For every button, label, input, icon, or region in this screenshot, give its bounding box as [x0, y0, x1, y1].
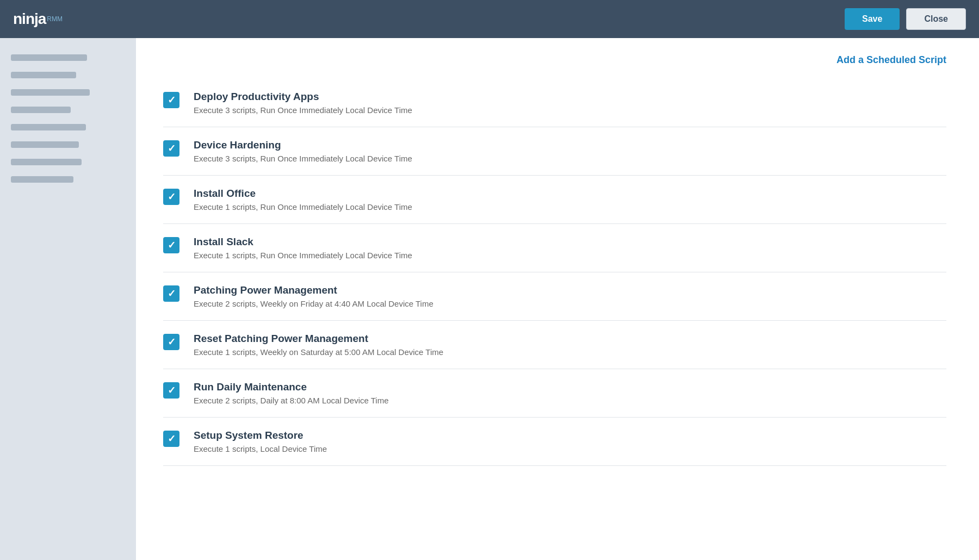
- checkmark-4: ✓: [168, 289, 176, 298]
- sidebar-item-8[interactable]: [11, 176, 73, 183]
- script-desc-1: Execute 3 scripts, Run Once Immediately …: [194, 154, 946, 163]
- logo: ninjaRMM: [13, 10, 63, 28]
- content-area: Add a Scheduled Script ✓ Deploy Producti…: [136, 38, 979, 560]
- checkbox-wrapper-1[interactable]: ✓: [163, 140, 183, 160]
- add-scheduled-script-link[interactable]: Add a Scheduled Script: [837, 54, 946, 66]
- sidebar-item-1[interactable]: [11, 54, 87, 61]
- checkbox-7[interactable]: ✓: [163, 431, 179, 447]
- script-title-3: Install Slack: [194, 236, 946, 248]
- script-item: ✓ Run Daily Maintenance Execute 2 script…: [163, 369, 946, 418]
- script-desc-7: Execute 1 scripts, Local Device Time: [194, 444, 946, 453]
- script-desc-5: Execute 1 scripts, Weekly on Saturday at…: [194, 347, 946, 357]
- header: ninjaRMM Save Close: [0, 0, 979, 38]
- checkbox-wrapper-4[interactable]: ✓: [163, 285, 183, 305]
- script-desc-6: Execute 2 scripts, Daily at 8:00 AM Loca…: [194, 396, 946, 405]
- checkbox-2[interactable]: ✓: [163, 189, 179, 205]
- script-title-2: Install Office: [194, 188, 946, 200]
- script-info-2: Install Office Execute 1 scripts, Run On…: [194, 188, 946, 211]
- checkbox-wrapper-2[interactable]: ✓: [163, 189, 183, 208]
- checkbox-1[interactable]: ✓: [163, 140, 179, 157]
- script-item: ✓ Deploy Productivity Apps Execute 3 scr…: [163, 79, 946, 127]
- script-title-6: Run Daily Maintenance: [194, 381, 946, 393]
- script-info-6: Run Daily Maintenance Execute 2 scripts,…: [194, 381, 946, 405]
- checkbox-wrapper-7[interactable]: ✓: [163, 431, 183, 450]
- checkbox-4[interactable]: ✓: [163, 285, 179, 302]
- script-title-4: Patching Power Management: [194, 284, 946, 296]
- script-info-3: Install Slack Execute 1 scripts, Run Onc…: [194, 236, 946, 260]
- script-item: ✓ Install Office Execute 1 scripts, Run …: [163, 176, 946, 224]
- sidebar-item-7[interactable]: [11, 159, 82, 165]
- checkbox-wrapper-5[interactable]: ✓: [163, 334, 183, 353]
- script-info-4: Patching Power Management Execute 2 scri…: [194, 284, 946, 308]
- logo-rmm: RMM: [47, 15, 63, 23]
- checkbox-3[interactable]: ✓: [163, 237, 179, 253]
- checkmark-3: ✓: [168, 240, 176, 250]
- script-title-0: Deploy Productivity Apps: [194, 91, 946, 103]
- logo-text: ninja: [13, 10, 46, 28]
- script-title-7: Setup System Restore: [194, 430, 946, 441]
- close-button[interactable]: Close: [906, 8, 966, 30]
- checkbox-0[interactable]: ✓: [163, 92, 179, 108]
- script-desc-0: Execute 3 scripts, Run Once Immediately …: [194, 105, 946, 115]
- script-item: ✓ Device Hardening Execute 3 scripts, Ru…: [163, 127, 946, 176]
- script-title-1: Device Hardening: [194, 139, 946, 151]
- main-layout: Add a Scheduled Script ✓ Deploy Producti…: [0, 38, 979, 560]
- script-title-5: Reset Patching Power Management: [194, 333, 946, 345]
- sidebar-item-6[interactable]: [11, 141, 79, 148]
- sidebar-item-3[interactable]: [11, 89, 90, 96]
- script-desc-4: Execute 2 scripts, Weekly on Friday at 4…: [194, 299, 946, 308]
- script-desc-3: Execute 1 scripts, Run Once Immediately …: [194, 251, 946, 260]
- script-info-7: Setup System Restore Execute 1 scripts, …: [194, 430, 946, 453]
- checkmark-1: ✓: [168, 144, 176, 153]
- save-button[interactable]: Save: [845, 8, 900, 30]
- script-desc-2: Execute 1 scripts, Run Once Immediately …: [194, 202, 946, 211]
- header-buttons: Save Close: [845, 8, 966, 30]
- checkbox-wrapper-3[interactable]: ✓: [163, 237, 183, 257]
- script-info-1: Device Hardening Execute 3 scripts, Run …: [194, 139, 946, 163]
- sidebar-item-4[interactable]: [11, 107, 71, 113]
- add-link-row: Add a Scheduled Script: [163, 54, 946, 66]
- sidebar-item-5[interactable]: [11, 124, 86, 130]
- script-list: ✓ Deploy Productivity Apps Execute 3 scr…: [163, 79, 946, 466]
- checkmark-6: ✓: [168, 385, 176, 395]
- checkbox-wrapper-0[interactable]: ✓: [163, 92, 183, 111]
- script-info-5: Reset Patching Power Management Execute …: [194, 333, 946, 357]
- script-item: ✓ Setup System Restore Execute 1 scripts…: [163, 418, 946, 466]
- sidebar: [0, 38, 136, 560]
- checkmark-0: ✓: [168, 95, 176, 105]
- checkmark-7: ✓: [168, 434, 176, 444]
- checkbox-wrapper-6[interactable]: ✓: [163, 382, 183, 402]
- checkmark-2: ✓: [168, 192, 176, 202]
- sidebar-item-2[interactable]: [11, 72, 76, 78]
- script-item: ✓ Reset Patching Power Management Execut…: [163, 321, 946, 369]
- script-item: ✓ Install Slack Execute 1 scripts, Run O…: [163, 224, 946, 272]
- checkbox-6[interactable]: ✓: [163, 382, 179, 399]
- script-info-0: Deploy Productivity Apps Execute 3 scrip…: [194, 91, 946, 115]
- checkbox-5[interactable]: ✓: [163, 334, 179, 350]
- checkmark-5: ✓: [168, 337, 176, 347]
- script-item: ✓ Patching Power Management Execute 2 sc…: [163, 272, 946, 321]
